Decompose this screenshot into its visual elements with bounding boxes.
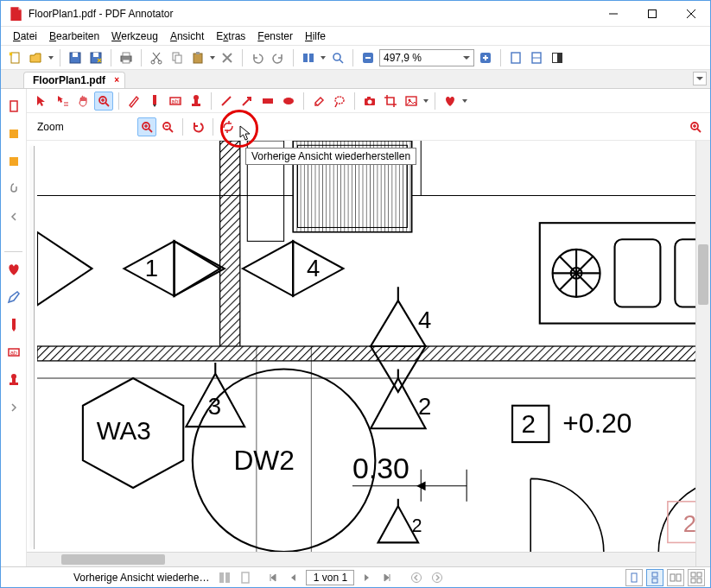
save-as-button[interactable] bbox=[86, 48, 105, 67]
zoom-out-button[interactable] bbox=[359, 48, 378, 67]
svg-rect-30 bbox=[10, 383, 18, 385]
fit-page-button[interactable] bbox=[506, 48, 525, 67]
document-viewport[interactable]: 1 4 4 2 bbox=[27, 141, 710, 566]
minimize-button[interactable] bbox=[594, 1, 632, 26]
fav-stamp-tool[interactable] bbox=[3, 370, 24, 390]
zoom-close-button[interactable] bbox=[686, 117, 705, 136]
cut-button[interactable] bbox=[147, 48, 166, 67]
new-button[interactable] bbox=[6, 48, 25, 67]
page-indicator[interactable]: 1 von 1 bbox=[306, 570, 354, 585]
last-page-button[interactable] bbox=[378, 569, 396, 586]
select-tool[interactable] bbox=[32, 92, 51, 111]
line-tool[interactable] bbox=[217, 92, 236, 111]
menu-help[interactable]: Hilfe bbox=[300, 28, 331, 44]
svg-rect-7 bbox=[123, 53, 130, 56]
ellipse-tool[interactable] bbox=[279, 92, 298, 111]
find-button[interactable] bbox=[299, 48, 318, 67]
document-tab[interactable]: FloorPlan1.pdf × bbox=[23, 72, 125, 88]
marker-tool[interactable] bbox=[145, 92, 164, 111]
zoom-in-tool[interactable] bbox=[137, 117, 156, 136]
hscroll-thumb[interactable] bbox=[61, 554, 165, 565]
rectangle-tool[interactable] bbox=[258, 92, 277, 111]
stamp-tool[interactable] bbox=[187, 92, 206, 111]
menu-extras[interactable]: Extras bbox=[211, 28, 251, 44]
snapshot-tool[interactable] bbox=[360, 92, 379, 111]
horizontal-scrollbar[interactable] bbox=[27, 552, 695, 566]
sidebar-bookmarks[interactable] bbox=[3, 123, 24, 144]
svg-rect-16 bbox=[309, 54, 314, 62]
first-page-button[interactable] bbox=[264, 569, 282, 586]
status-page-button[interactable] bbox=[237, 569, 254, 586]
svg-rect-99 bbox=[697, 572, 701, 577]
fav-text-tool[interactable]: ab bbox=[3, 342, 24, 363]
zoom-tool[interactable] bbox=[94, 92, 113, 111]
image-tool[interactable] bbox=[402, 92, 421, 111]
delete-button[interactable] bbox=[218, 48, 237, 67]
layout-two-page-button[interactable] bbox=[667, 569, 684, 586]
print-button[interactable] bbox=[117, 48, 136, 67]
image-dropdown[interactable] bbox=[422, 98, 429, 104]
fav-heart-tool[interactable] bbox=[3, 259, 24, 280]
vscroll-thumb[interactable] bbox=[698, 244, 708, 305]
paste-button[interactable] bbox=[188, 48, 207, 67]
paste-dropdown[interactable] bbox=[209, 55, 216, 60]
zoom-combo[interactable]: 497,9 % bbox=[379, 49, 474, 66]
sidebar-attachments[interactable] bbox=[3, 179, 24, 199]
tab-overflow-button[interactable] bbox=[693, 72, 707, 85]
fit-width-button[interactable] bbox=[527, 48, 546, 67]
crop-tool[interactable] bbox=[381, 92, 400, 111]
search-button[interactable] bbox=[328, 48, 347, 67]
svg-rect-1 bbox=[11, 53, 19, 63]
fav-more-tool[interactable] bbox=[3, 397, 24, 418]
pen-tool[interactable] bbox=[124, 92, 143, 111]
fullscreen-button[interactable] bbox=[548, 48, 567, 67]
maximize-button[interactable] bbox=[632, 1, 671, 26]
save-button[interactable] bbox=[66, 48, 85, 67]
close-button[interactable] bbox=[671, 1, 710, 26]
menu-edit[interactable]: Bearbeiten bbox=[44, 28, 105, 44]
tab-close-icon[interactable]: × bbox=[114, 75, 119, 85]
prev-page-button[interactable] bbox=[285, 569, 302, 586]
favorites-tool[interactable] bbox=[441, 92, 460, 111]
menu-view[interactable]: Ansicht bbox=[165, 28, 209, 44]
undo-button[interactable] bbox=[248, 48, 267, 67]
previous-view-button[interactable] bbox=[188, 117, 207, 136]
menu-file[interactable]: Datei bbox=[8, 28, 42, 44]
zoom-in-button[interactable] bbox=[476, 48, 495, 67]
svg-rect-101 bbox=[697, 579, 701, 583]
layout-single-button[interactable] bbox=[625, 569, 643, 586]
tooltip: Vorherige Ansicht wiederherstellen bbox=[245, 148, 416, 165]
zoom-reset-button[interactable] bbox=[219, 117, 238, 136]
fav-pen-tool[interactable] bbox=[3, 287, 24, 307]
pan-tool[interactable] bbox=[73, 92, 92, 111]
fav-pencil-tool[interactable] bbox=[3, 314, 24, 335]
svg-rect-12 bbox=[175, 55, 181, 63]
text-select-tool[interactable] bbox=[53, 92, 72, 111]
next-page-button[interactable] bbox=[358, 569, 375, 586]
sidebar-thumbnails[interactable] bbox=[3, 96, 24, 117]
svg-rect-96 bbox=[670, 574, 675, 581]
zoom-out-tool[interactable] bbox=[158, 117, 177, 136]
eraser-tool[interactable] bbox=[309, 92, 328, 111]
favorites-dropdown[interactable] bbox=[461, 98, 468, 104]
sidebar-collapse[interactable] bbox=[3, 206, 24, 227]
cursor-icon bbox=[239, 125, 253, 142]
sidebar-notes[interactable] bbox=[3, 151, 24, 172]
back-button[interactable] bbox=[408, 569, 425, 586]
forward-button[interactable] bbox=[429, 569, 446, 586]
svg-rect-95 bbox=[652, 579, 657, 583]
menu-tool[interactable]: Werkzeug bbox=[106, 28, 163, 44]
arrow-tool[interactable] bbox=[238, 92, 257, 111]
open-button[interactable] bbox=[27, 48, 46, 67]
copy-button[interactable] bbox=[168, 48, 187, 67]
lasso-erase-tool[interactable] bbox=[330, 92, 349, 111]
layout-two-continuous-button[interactable] bbox=[688, 569, 705, 586]
text-box-tool[interactable]: abI bbox=[166, 92, 185, 111]
redo-button[interactable] bbox=[269, 48, 288, 67]
status-thumb-button[interactable] bbox=[216, 569, 233, 586]
find-dropdown[interactable] bbox=[320, 55, 327, 60]
layout-continuous-button[interactable] bbox=[646, 569, 663, 586]
open-dropdown[interactable] bbox=[48, 55, 54, 60]
vertical-scrollbar[interactable] bbox=[695, 141, 710, 566]
menu-window[interactable]: Fenster bbox=[252, 28, 298, 44]
